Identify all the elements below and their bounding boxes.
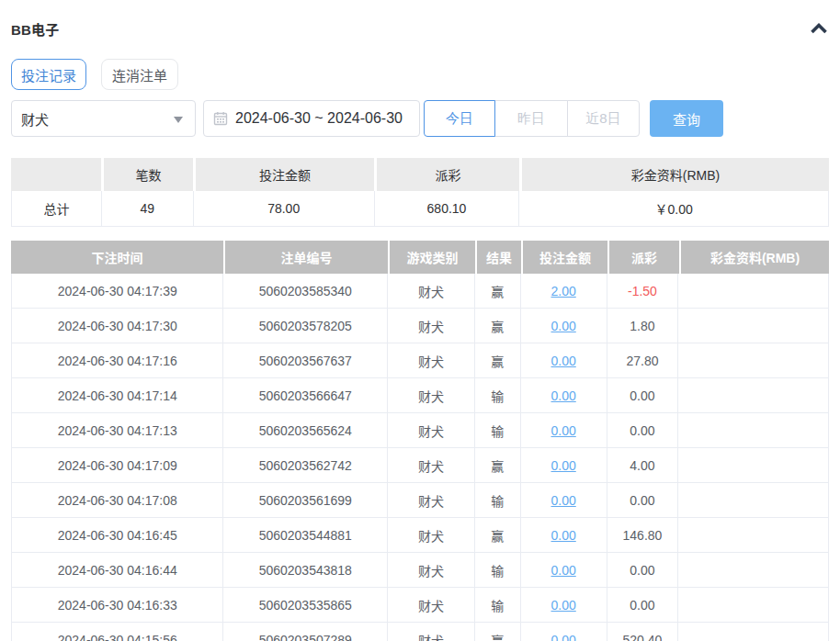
cell-time: 2024-06-30 04:17:39 <box>12 274 223 308</box>
cell-order: 5060203585340 <box>223 274 388 308</box>
summary-table: 笔数 投注金额 派彩 彩金资料(RMB) 总计 49 78.00 680.10 … <box>11 158 829 227</box>
cell-payout: -1.50 <box>607 274 679 308</box>
bet-amount-link[interactable]: 0.00 <box>551 563 576 578</box>
cell-payout: 4.00 <box>607 448 679 482</box>
date-range-input[interactable]: 2024-06-30 ~ 2024-06-30 <box>203 100 420 137</box>
cell-game: 财犬 <box>388 553 475 587</box>
cell-game: 财犬 <box>388 343 475 377</box>
summary-header-row: 笔数 投注金额 派彩 彩金资料(RMB) <box>11 158 829 191</box>
cell-bet-amount: 0.00 <box>521 518 607 552</box>
quick-date-group: 今日 昨日 近8日 <box>424 100 640 137</box>
cell-bet-amount: 0.00 <box>521 448 607 482</box>
cell-time: 2024-06-30 04:16:44 <box>12 553 223 587</box>
bet-amount-link[interactable]: 2.00 <box>551 284 576 298</box>
cell-game: 财犬 <box>388 518 475 552</box>
collapse-button[interactable] <box>810 21 828 36</box>
cell-game: 财犬 <box>388 483 475 517</box>
cell-time: 2024-06-30 04:17:30 <box>12 309 223 343</box>
last-8-days-button[interactable]: 近8日 <box>567 100 640 137</box>
bet-amount-link[interactable]: 0.00 <box>551 598 576 613</box>
tab-cancelled-orders[interactable]: 连消注单 <box>101 59 178 90</box>
column-header-payout: 派彩 <box>607 241 679 274</box>
bet-amount-link[interactable]: 0.00 <box>551 319 576 333</box>
cell-bonus <box>678 553 828 587</box>
chevron-up-icon <box>810 21 828 36</box>
payout-value: 0.00 <box>630 563 654 578</box>
cell-game: 财犬 <box>388 413 475 447</box>
payout-value: 520.40 <box>623 633 663 641</box>
cell-bet-amount: 0.00 <box>521 623 607 641</box>
column-header-time: 下注时间 <box>11 241 223 274</box>
bet-amount-link[interactable]: 0.00 <box>551 388 576 403</box>
cell-result: 赢 <box>475 518 521 552</box>
bet-amount-link[interactable]: 0.00 <box>551 458 576 473</box>
cell-bonus <box>678 413 828 447</box>
cell-bet-amount: 2.00 <box>521 274 607 308</box>
cell-game: 财犬 <box>388 274 475 308</box>
cell-order: 5060203535865 <box>223 588 388 622</box>
cell-time: 2024-06-30 04:16:45 <box>12 518 223 552</box>
payout-value: 4.00 <box>630 458 654 473</box>
table-row: 2024-06-30 04:17:30 5060203578205 财犬 赢 0… <box>12 309 828 343</box>
payout-value: 0.00 <box>630 423 654 438</box>
cell-time: 2024-06-30 04:17:08 <box>12 483 223 517</box>
bet-amount-link[interactable]: 0.00 <box>551 354 576 368</box>
cell-game: 财犬 <box>388 588 475 622</box>
column-header-game: 游戏类别 <box>388 241 475 274</box>
game-select[interactable]: 财犬 <box>11 100 196 137</box>
cell-bet-amount: 0.00 <box>521 483 607 517</box>
cell-bet-amount: 0.00 <box>521 553 607 587</box>
today-button[interactable]: 今日 <box>424 100 495 137</box>
cell-payout: 0.00 <box>607 553 679 587</box>
cell-bonus <box>678 448 828 482</box>
cell-bonus <box>678 274 828 308</box>
summary-header-bet: 投注金额 <box>193 158 374 191</box>
bet-amount-link[interactable]: 0.00 <box>551 528 576 543</box>
summary-total-row: 总计 49 78.00 680.10 ￥0.00 <box>11 191 829 227</box>
calendar-icon <box>213 111 228 126</box>
cell-order: 5060203567637 <box>223 343 388 377</box>
bet-amount-link[interactable]: 0.00 <box>551 493 576 508</box>
summary-total-bet: 78.00 <box>194 191 375 226</box>
cell-bet-amount: 0.00 <box>521 309 607 343</box>
summary-header-empty <box>11 158 101 191</box>
cell-time: 2024-06-30 04:17:14 <box>12 378 223 412</box>
table-row: 2024-06-30 04:16:44 5060203543818 财犬 输 0… <box>12 553 828 588</box>
summary-header-count: 笔数 <box>101 158 193 191</box>
table-row: 2024-06-30 04:17:16 5060203567637 财犬 赢 0… <box>12 343 828 378</box>
bet-records-table: 下注时间 注单编号 游戏类别 结果 投注金额 派彩 彩金资料(RMB) 2024… <box>11 241 829 641</box>
column-header-order: 注单编号 <box>223 241 388 274</box>
cell-payout: 146.80 <box>607 518 679 552</box>
table-row: 2024-06-30 04:16:33 5060203535865 财犬 输 0… <box>12 588 828 623</box>
cell-order: 5060203544881 <box>223 518 388 552</box>
cell-order: 5060203543818 <box>223 553 388 587</box>
cell-game: 财犬 <box>388 309 475 343</box>
bet-amount-link[interactable]: 0.00 <box>551 423 576 438</box>
cell-result: 赢 <box>475 309 521 343</box>
yesterday-button[interactable]: 昨日 <box>494 100 568 137</box>
query-button[interactable]: 查询 <box>650 100 723 137</box>
table-row: 2024-06-30 04:17:09 5060203562742 财犬 赢 0… <box>12 448 828 483</box>
game-select-value: 财犬 <box>21 109 49 129</box>
cell-order: 5060203561699 <box>223 483 388 517</box>
tab-bet-records[interactable]: 投注记录 <box>11 59 86 90</box>
cell-result: 输 <box>475 413 521 447</box>
column-header-bonus: 彩金资料(RMB) <box>679 241 829 274</box>
payout-value: -1.50 <box>628 284 657 298</box>
cell-payout: 1.80 <box>607 309 679 343</box>
bet-amount-link[interactable]: 0.00 <box>551 633 576 641</box>
cell-result: 赢 <box>475 274 521 308</box>
cell-payout: 0.00 <box>607 413 679 447</box>
cell-payout: 27.80 <box>607 343 679 377</box>
cell-result: 赢 <box>475 623 521 641</box>
cell-bonus <box>678 518 828 552</box>
cell-bet-amount: 0.00 <box>521 343 607 377</box>
table-row: 2024-06-30 04:17:39 5060203585340 财犬 赢 2… <box>12 274 828 309</box>
cell-payout: 520.40 <box>607 623 679 641</box>
cell-result: 输 <box>475 553 521 587</box>
cell-result: 输 <box>475 588 521 622</box>
filter-bar: 财犬 2024-06-30 ~ 2024-06-30 今日 昨日 近8日 查询 <box>11 100 829 137</box>
panel-header: BB电子 <box>11 0 829 37</box>
payout-value: 146.80 <box>623 528 663 543</box>
cell-result: 赢 <box>475 448 521 482</box>
